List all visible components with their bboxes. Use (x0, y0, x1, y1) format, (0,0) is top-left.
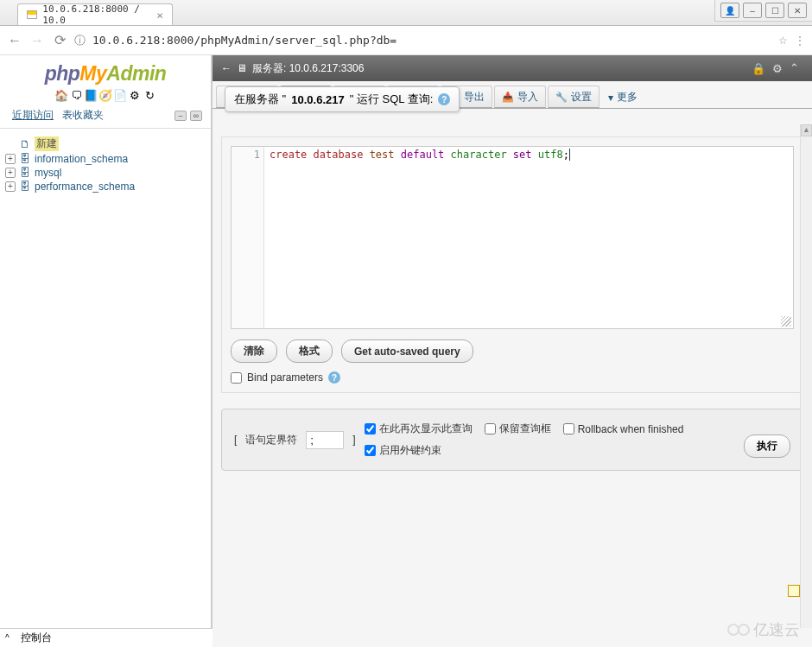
import-tab-icon: 📥 (502, 91, 514, 103)
expand-icon[interactable]: + (5, 168, 16, 178)
logo[interactable]: phpMyAdmin (0, 55, 211, 87)
retain-query-box-checkbox[interactable] (485, 423, 496, 435)
format-button[interactable]: 格式 (286, 339, 333, 363)
tab-close-icon[interactable]: × (156, 9, 163, 22)
window-controls: 👤 – ☐ ✕ (714, 0, 812, 22)
minimize-button[interactable]: – (743, 3, 762, 18)
nav-back-button[interactable]: ← (7, 33, 22, 48)
get-autosaved-button[interactable]: Get auto-saved query (341, 339, 473, 363)
expand-icon[interactable]: + (5, 154, 16, 164)
new-database-item[interactable]: 🗋 新建 (5, 136, 206, 152)
delimiter-label: 语句定界符 (245, 433, 297, 447)
scrollbar[interactable]: ▲ (800, 124, 812, 628)
tab-settings[interactable]: 🔧设置 (548, 86, 599, 108)
browser-menu-icon[interactable]: ⋮ (795, 35, 805, 47)
settings-tab-icon: 🔧 (555, 91, 568, 103)
browser-tab[interactable]: 10.0.6.218:8000 / 10.0 × (17, 3, 173, 25)
resize-handle[interactable] (781, 316, 791, 327)
close-window-button[interactable]: ✕ (788, 3, 807, 18)
refresh-icon[interactable]: ↻ (143, 89, 155, 101)
db-item[interactable]: + 🗄 performance_schema (5, 180, 206, 193)
maximize-button[interactable]: ☐ (765, 3, 784, 18)
sidebar: phpMyAdmin 🏠 🗨 📘 🧭 📄 ⚙ ↻ 近期访问 表收藏夹 – ∞ 🗋… (0, 55, 213, 647)
reload-button[interactable]: ⟳ (52, 33, 67, 48)
execute-button[interactable]: 执行 (744, 435, 790, 458)
bind-params-checkbox[interactable] (231, 372, 242, 384)
line-gutter: 1 (232, 147, 264, 328)
settings-icon[interactable]: ⚙ (129, 89, 141, 101)
scroll-up-icon[interactable]: ▲ (801, 124, 812, 136)
db-item[interactable]: + 🗄 mysql (5, 166, 206, 180)
server-crumb-bar: ← 🖥 服务器: 10.0.6.217:3306 🔒 ⚙ ⌃ (213, 55, 812, 81)
recent-tabs: 近期访问 表收藏夹 – ∞ (0, 106, 211, 129)
url-bar: ← → ⟳ ⓘ 10.0.6.218:8000/phpMyAdmin/serve… (0, 26, 812, 55)
docs-icon[interactable]: 📘 (85, 89, 97, 101)
sql-query-title: 在服务器 "10.0.6.217" 运行 SQL 查询: ? (225, 86, 460, 112)
nav-icon[interactable]: 🧭 (99, 89, 111, 101)
nav-forward-button[interactable]: → (29, 33, 45, 48)
user-button[interactable]: 👤 (720, 3, 739, 18)
url-text[interactable]: 10.0.6.218:8000/phpMyAdmin/server_sql.ph… (92, 34, 771, 47)
delimiter-input[interactable] (306, 431, 344, 449)
server-crumb-label[interactable]: 服务器: 10.0.6.217:3306 (252, 61, 364, 76)
rollback-checkbox[interactable] (563, 423, 574, 435)
home-icon[interactable]: 🏠 (55, 89, 67, 101)
sidebar-toolbar: 🏠 🗨 📘 🧭 📄 ⚙ ↻ (0, 87, 211, 106)
sql-icon[interactable]: 🗨 (70, 89, 82, 101)
database-icon: 🗄 (19, 167, 31, 179)
console-label: 控制台 (21, 631, 52, 645)
help-icon[interactable]: ? (438, 93, 450, 105)
bookmark-icon[interactable] (788, 585, 800, 597)
expand-icon[interactable]: + (5, 181, 16, 192)
database-icon: 🗄 (19, 153, 31, 165)
server-icon: 🖥 (237, 62, 247, 74)
tab-more-dropdown[interactable]: ▾更多 (601, 86, 644, 108)
tab-import[interactable]: 📥导入 (494, 86, 546, 108)
lock-icon[interactable]: 🔒 (752, 62, 765, 75)
database-icon: 🗄 (19, 181, 31, 193)
content-area: ← 🖥 服务器: 10.0.6.217:3306 🔒 ⚙ ⌃ 🗄数据库 📄SQL… (213, 55, 812, 647)
gear-icon[interactable]: ⚙ (772, 62, 783, 75)
sql-code[interactable]: create database test default character s… (264, 147, 793, 328)
chevron-down-icon: ▾ (608, 92, 613, 104)
console-toggle-icon[interactable]: ^ (5, 633, 16, 644)
show-query-again-checkbox[interactable] (365, 423, 376, 435)
collapse-icon[interactable]: ⌃ (790, 61, 803, 75)
db-item[interactable]: + 🗄 information_schema (5, 152, 206, 166)
delimiter-panel: [ 语句定界符 ] 在此再次显示此查询 保留查询框 Rollback when … (221, 409, 803, 471)
phpmyadmin-favicon (27, 10, 37, 19)
database-tree: 🗋 新建 + 🗄 information_schema + 🗄 mysql + … (0, 129, 211, 200)
sql-panel: 1 create database test default character… (221, 136, 803, 393)
browser-tab-bar: 10.0.6.218:8000 / 10.0 × (0, 0, 812, 26)
page-icon[interactable]: 📄 (114, 89, 126, 101)
tab-title: 10.0.6.218:8000 / 10.0 (42, 3, 151, 26)
site-info-icon[interactable]: ⓘ (74, 33, 86, 48)
fk-check-checkbox[interactable] (365, 445, 376, 456)
bookmark-star-icon[interactable]: ☆ (778, 35, 788, 47)
link-tree-button[interactable]: ∞ (190, 111, 202, 121)
back-arrow-icon[interactable]: ← (221, 62, 232, 74)
recent-access-tab[interactable]: 近期访问 (9, 106, 57, 124)
help-icon[interactable]: ? (328, 371, 340, 384)
new-db-icon: 🗋 (19, 138, 31, 150)
clear-button[interactable]: 清除 (231, 339, 277, 363)
bind-params-label: Bind parameters (247, 371, 323, 384)
favorites-tab[interactable]: 表收藏夹 (59, 106, 107, 124)
sql-editor[interactable]: 1 create database test default character… (231, 146, 794, 329)
collapse-tree-button[interactable]: – (174, 111, 187, 121)
